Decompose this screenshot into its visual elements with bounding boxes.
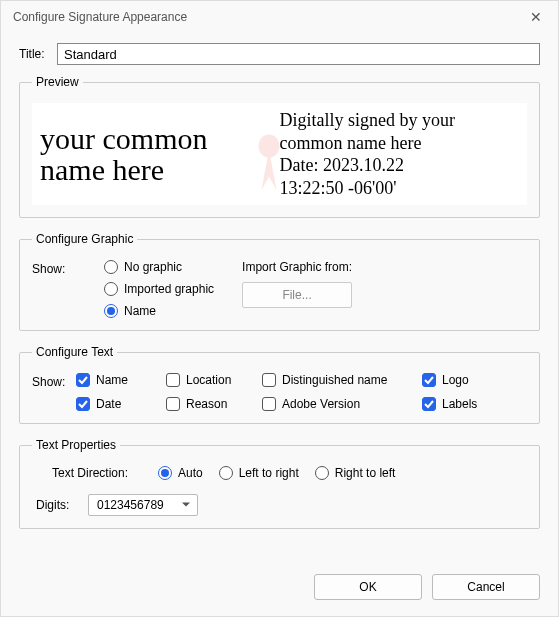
check-logo[interactable]: Logo [422,373,502,387]
radio-label: Name [124,304,156,318]
check-label: Distinguished name [282,373,387,387]
dialog-footer: OK Cancel [1,562,558,616]
cancel-button[interactable]: Cancel [432,574,540,600]
title-label: Title: [19,47,57,61]
radio-auto[interactable]: Auto [158,466,203,480]
check-label: Logo [442,373,469,387]
radio-icon [104,282,118,296]
radio-no-graphic[interactable]: No graphic [104,260,214,274]
text-direction-row: Text Direction: Auto Left to right Right… [32,466,527,480]
title-row: Title: [19,43,540,65]
radio-icon [315,466,329,480]
checkbox-icon [262,397,276,411]
check-label: Labels [442,397,477,411]
check-name[interactable]: Name [76,373,166,387]
text-show-label: Show: [32,373,76,411]
import-graphic-label: Import Graphic from: [242,260,527,274]
radio-label: Auto [178,466,203,480]
preview-common-name: your common name here [40,123,207,186]
radio-icon [219,466,233,480]
preview-group: Preview your common name here Digitally … [19,75,540,218]
digits-label: Digits: [36,498,78,512]
configure-text-group: Configure Text Show: Name Date [19,345,540,424]
check-date[interactable]: Date [76,397,166,411]
checkbox-icon [166,397,180,411]
check-label: Date [96,397,121,411]
check-label: Location [186,373,231,387]
check-distinguished-name[interactable]: Distinguished name [262,373,422,387]
check-reason[interactable]: Reason [166,397,262,411]
graphic-radio-group: No graphic Imported graphic Name [104,260,214,318]
check-label: Adobe Version [282,397,360,411]
check-label: Name [96,373,128,387]
preview-left: your common name here [40,123,280,186]
text-direction-label: Text Direction: [52,466,142,480]
graphic-show-label: Show: [32,260,76,318]
checkbox-icon [422,373,436,387]
digits-row: Digits: 0123456789 [32,494,527,516]
radio-icon [104,260,118,274]
preview-legend: Preview [32,75,83,89]
file-button: File... [242,282,352,308]
checkbox-icon [76,373,90,387]
radio-imported-graphic[interactable]: Imported graphic [104,282,214,296]
configure-graphic-group: Configure Graphic Show: No graphic Impor… [19,232,540,331]
import-graphic-column: Import Graphic from: File... [242,260,527,318]
titlebar: Configure Signature Appearance ✕ [1,1,558,33]
preview-box: your common name here Digitally signed b… [32,103,527,205]
radio-icon [104,304,118,318]
check-label: Reason [186,397,227,411]
adobe-ribbon-icon [254,133,284,193]
radio-icon [158,466,172,480]
configure-graphic-legend: Configure Graphic [32,232,137,246]
window-title: Configure Signature Appearance [13,10,187,24]
dialog-window: Configure Signature Appearance ✕ Title: … [0,0,559,617]
ok-button[interactable]: OK [314,574,422,600]
radio-label: Imported graphic [124,282,214,296]
check-adobe-version[interactable]: Adobe Version [262,397,422,411]
digits-value: 0123456789 [97,498,164,512]
radio-rtl[interactable]: Right to left [315,466,396,480]
radio-label: Left to right [239,466,299,480]
preview-details: Digitally signed by your common name her… [280,109,520,199]
text-checks: Name Date Location [76,373,502,411]
check-location[interactable]: Location [166,373,262,387]
checkbox-icon [262,373,276,387]
digits-select[interactable]: 0123456789 [88,494,198,516]
title-input[interactable] [57,43,540,65]
text-properties-legend: Text Properties [32,438,120,452]
radio-label: No graphic [124,260,182,274]
configure-text-legend: Configure Text [32,345,117,359]
radio-ltr[interactable]: Left to right [219,466,299,480]
checkbox-icon [76,397,90,411]
check-labels[interactable]: Labels [422,397,502,411]
dialog-content: Title: Preview your common name here Dig… [1,33,558,562]
close-icon[interactable]: ✕ [526,9,546,25]
checkbox-icon [422,397,436,411]
radio-label: Right to left [335,466,396,480]
text-properties-group: Text Properties Text Direction: Auto Lef… [19,438,540,529]
radio-name[interactable]: Name [104,304,214,318]
checkbox-icon [166,373,180,387]
